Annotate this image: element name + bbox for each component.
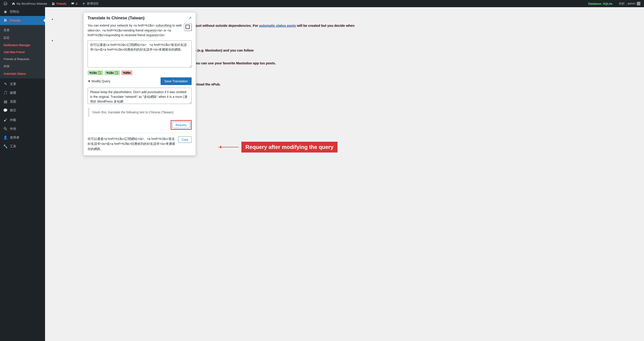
svg-point-4 — [6, 19, 6, 20]
submenu-notification-manager[interactable]: Notification Manager — [0, 42, 45, 48]
menu-dashboard[interactable]: ◉控制台 — [0, 7, 45, 16]
menu-posts[interactable]: ✎文章 — [0, 80, 45, 88]
result-translation: 你可以通過<a href=%1$s>訂閱網站</a>、<a href=%1$s>… — [88, 136, 176, 151]
requery-highlight: Requery — [171, 120, 192, 130]
copy-result-button[interactable]: Copy — [178, 136, 192, 143]
site-name[interactable]: My WordPress Website — [10, 0, 49, 7]
modify-query-toggle[interactable]: ▼ Modify Query — [88, 79, 110, 83]
translation-textarea[interactable] — [88, 40, 192, 67]
submenu-settings[interactable]: 設定 — [0, 34, 45, 42]
annotation-arrow — [218, 147, 239, 147]
query-textarea[interactable] — [88, 88, 192, 104]
source-string: You can extend your network by <a href=%… — [88, 23, 182, 38]
avatar — [637, 2, 640, 5]
adminbar-comments[interactable]: 0 — [69, 0, 79, 7]
annotation: Requery after modifying the query — [218, 142, 338, 152]
database-indicator[interactable]: Database: SQLite — [586, 0, 614, 7]
submenu-automatic-status[interactable]: Automatic Status — [0, 70, 45, 77]
pin-icon: ✎ — [3, 82, 8, 86]
separator — [88, 133, 192, 133]
save-translation-button[interactable]: Save Translation — [160, 77, 192, 85]
menu-users[interactable]: 👤使用者 — [0, 133, 45, 142]
adminbar-new[interactable]: 新增項目 — [80, 0, 100, 7]
submenu-friends-requests[interactable]: Friends & Requests — [0, 55, 45, 62]
user-icon: 👤 — [3, 135, 8, 140]
menu-tools[interactable]: 🔧工具 — [0, 142, 45, 151]
comment-icon — [71, 2, 74, 5]
svg-point-3 — [4, 19, 6, 20]
wp-logo[interactable] — [2, 0, 9, 7]
wrench-icon: 🔧 — [3, 144, 8, 148]
main-content: ovided by this plugin, just without outs… — [45, 7, 644, 341]
plus-icon — [82, 2, 86, 5]
external-link-icon[interactable]: ↗ — [188, 15, 192, 20]
placeholder-ok-1: %1$s ✅ — [88, 70, 103, 75]
menu-pages[interactable]: ▤頁面 — [0, 97, 45, 106]
modal-title: Translate to Chinese (Taiwan) — [88, 16, 144, 20]
menu-media[interactable]: 🎵媒體 — [0, 88, 45, 97]
submenu-add-new-friend[interactable]: Add New Friend — [0, 48, 45, 55]
comment-icon: 💬 — [3, 108, 8, 112]
submenu-plugins[interactable]: 外掛 — [0, 62, 45, 70]
placeholder-ok-2: %1$s ✅ — [104, 70, 120, 75]
admin-bar: My WordPress Website Friends 0 新增項目 Data… — [0, 0, 644, 7]
menu-plugins[interactable]: 🔌外掛 — [0, 124, 45, 133]
menu-comments[interactable]: 💬留言 — [0, 106, 45, 115]
my-account[interactable]: 你好，admin — [617, 0, 642, 7]
media-icon: 🎵 — [3, 91, 8, 95]
adminbar-friends[interactable]: Friends — [50, 0, 68, 7]
admin-sidebar: ◉控制台 Friends 首頁 設定 Notification Manager … — [0, 7, 45, 341]
query-preview: Given this, translate the following text… — [88, 108, 192, 117]
copy-source-button[interactable] — [184, 23, 192, 31]
copy-icon — [186, 25, 189, 28]
plugin-icon: 🔌 — [3, 127, 8, 131]
dashboard-icon: ◉ — [3, 9, 8, 14]
friends-icon — [52, 2, 55, 5]
brush-icon: 🖌 — [3, 118, 8, 122]
svg-point-2 — [54, 3, 55, 3]
placeholder-missing: %2$s — [121, 70, 132, 75]
page-icon: ▤ — [3, 99, 8, 104]
submenu-friends: 首頁 設定 Notification Manager Add New Frien… — [0, 25, 45, 78]
requery-button[interactable]: Requery — [172, 122, 190, 128]
submenu-home[interactable]: 首頁 — [0, 26, 45, 34]
menu-friends[interactable]: Friends — [0, 16, 45, 25]
wordpress-icon — [4, 2, 7, 5]
svg-point-1 — [52, 2, 54, 3]
translate-modal: Translate to Chinese (Taiwan) ↗ You can … — [83, 12, 196, 156]
placeholder-status: %1$s ✅ %1$s ✅ %2$s — [88, 70, 192, 75]
automatic-status-link[interactable]: automatic status posts — [259, 24, 296, 27]
home-icon — [12, 2, 15, 5]
friends-icon — [3, 18, 8, 23]
annotation-label: Requery after modifying the query — [242, 142, 338, 152]
menu-appearance[interactable]: 🖌外觀 — [0, 116, 45, 124]
